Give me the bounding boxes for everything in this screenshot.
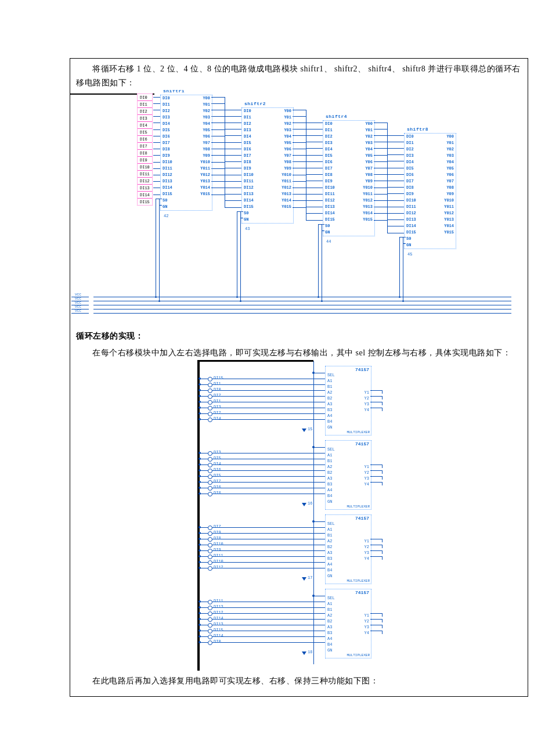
- wire: [382, 613, 383, 617]
- wire: [387, 219, 404, 220]
- wire: [240, 218, 243, 218]
- module-row: DI2Y02: [161, 108, 212, 114]
- module-row: DI6Y06: [242, 146, 293, 153]
- module-row: S0: [405, 236, 456, 242]
- wire: [313, 596, 325, 596]
- mux-row: B1: [326, 384, 371, 390]
- di-label-column: DI0DI1DI2DI3DI4DI5DI6DI7DI8DI9DI10DI11DI…: [137, 93, 153, 206]
- mux-row: B2Y2: [326, 544, 371, 550]
- module-row: DI10Y010: [161, 159, 212, 165]
- module-row: DI13Y013: [323, 204, 374, 210]
- pin-circle-icon: [208, 406, 212, 411]
- wire: [370, 482, 382, 483]
- module-row: DI9Y09: [405, 191, 456, 197]
- wire: [370, 625, 382, 625]
- di-label: DI3: [138, 115, 152, 122]
- di-label: DI12: [138, 178, 152, 185]
- wire: [382, 625, 383, 628]
- mux-row: B3Y4: [326, 556, 371, 561]
- wire: [387, 148, 404, 149]
- wire: [370, 545, 382, 545]
- di-label: DI8: [138, 150, 152, 157]
- pin-circle-icon: [208, 383, 212, 387]
- ground-icon: [302, 503, 306, 506]
- stub-label: VCC: [75, 305, 81, 309]
- paragraph-sel: 在每个右移模块中加入左右选择电路，即可实现左移与右移输出，其中 sel 控制左移…: [70, 343, 528, 360]
- module-row: DI0Y00: [161, 95, 212, 102]
- mux-row: B3Y4: [326, 630, 371, 636]
- ground-icon: [302, 651, 306, 655]
- wire: [225, 155, 241, 156]
- wire: [293, 142, 306, 143]
- wire: [306, 181, 323, 181]
- wire: [225, 149, 241, 149]
- module-shiftr2: shiftr2DI0Y00DI1Y01DI2Y02DI3Y03DI4Y04DI5…: [241, 107, 294, 224]
- pin-circle-icon: [208, 537, 212, 542]
- wire: [382, 390, 383, 394]
- signal-label: DI1: [214, 381, 221, 386]
- page-frame: 将循环右移 1 位、2 位、4 位、8 位的电路做成电路模块 shiftr1、 …: [70, 58, 528, 697]
- di-label: DI10: [138, 164, 152, 171]
- wire: [387, 154, 404, 155]
- wire: [225, 161, 241, 162]
- signal-label: DI4: [214, 462, 221, 466]
- signal-label: DI7: [214, 524, 221, 529]
- signal-label: DI15: [214, 628, 223, 632]
- module-row: DI2Y02: [323, 134, 374, 140]
- module-row: DI1Y01: [242, 114, 293, 121]
- wire: [374, 129, 387, 129]
- mux-id-label: 18: [308, 650, 312, 654]
- mux-foot-label: MULTIPLEXER: [326, 505, 371, 509]
- pin-circle-icon: [208, 463, 212, 467]
- wire: [387, 213, 404, 214]
- pin-circle-icon: [208, 640, 212, 645]
- module-row: DI7Y07: [323, 165, 374, 172]
- signal-label: DI11: [214, 599, 223, 603]
- module-row: DI14Y014: [405, 223, 456, 229]
- signal-label: DI10: [214, 542, 223, 546]
- module-row: DI15Y015: [242, 204, 293, 210]
- mux-row: A4: [326, 413, 371, 419]
- stub-label: VCC: [75, 297, 81, 301]
- wire: [293, 181, 306, 182]
- wire: [225, 123, 241, 123]
- wire: [306, 161, 323, 162]
- wire: [225, 129, 241, 129]
- module-id-label: 42: [164, 214, 168, 218]
- wire: [322, 231, 324, 231]
- pin-circle-icon: [208, 531, 212, 536]
- wire: [225, 194, 241, 195]
- wire: [382, 465, 383, 468]
- wire: [153, 110, 160, 110]
- module-row: DI2Y02: [242, 121, 293, 127]
- wire: [318, 224, 319, 297]
- wire: [153, 97, 160, 98]
- wire: [293, 110, 306, 110]
- wire: [225, 181, 241, 182]
- module-shiftr8: shiftr8DI0Y00DI1Y01DI2Y02DI3Y03DI4Y04DI5…: [404, 133, 456, 249]
- junction-dot: [317, 296, 319, 298]
- signal-label: DI0: [214, 387, 221, 392]
- wire: [211, 97, 225, 98]
- signal-label: DI11: [214, 553, 223, 558]
- pin-circle-icon: [208, 412, 212, 416]
- wire: [153, 175, 160, 175]
- wire: [387, 174, 404, 175]
- mux-row: SEL: [326, 447, 371, 452]
- wire: [211, 110, 225, 110]
- module-row: S0: [161, 197, 212, 204]
- module-row: DI6Y06: [323, 159, 374, 165]
- heading-left-shift: 循环左移的实现：: [70, 328, 528, 343]
- wire: [374, 168, 387, 168]
- module-row: DI1Y01: [323, 127, 374, 134]
- wire: [211, 181, 225, 182]
- wire: [211, 116, 225, 117]
- wire: [293, 175, 306, 175]
- wire: [306, 148, 323, 149]
- mux-foot-label: MULTIPLEXER: [326, 653, 371, 658]
- wire: [153, 162, 160, 163]
- module-row: DI14Y014: [161, 185, 212, 191]
- module-row: GN: [161, 204, 212, 210]
- ctrl-line-3: [93, 305, 511, 305]
- signal-label: DI2: [214, 393, 221, 398]
